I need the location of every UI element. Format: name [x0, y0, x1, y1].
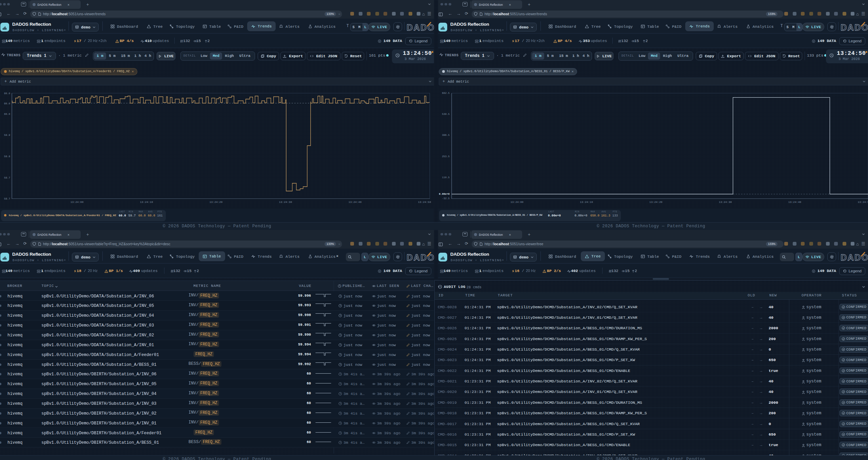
svg-text:539.5: 539.5 [442, 113, 450, 116]
svg-text:13:24:10: 13:24:10 [580, 201, 593, 204]
svg-text:59.7: 59.7 [4, 176, 10, 179]
svg-text:253.5: 253.5 [442, 155, 450, 158]
svg-text:396.5: 396.5 [442, 134, 450, 137]
svg-text:60.0: 60.0 [4, 92, 11, 95]
svg-text:13:24:30: 13:24:30 [279, 201, 292, 204]
svg-text:13:24:00: 13:24:00 [510, 201, 524, 204]
svg-text:13:24:30: 13:24:30 [719, 201, 732, 204]
svg-text:59.8: 59.8 [4, 155, 10, 158]
svg-text:13:24:20: 13:24:20 [649, 201, 663, 204]
svg-text:0.00e+0: 0.00e+0 [439, 193, 450, 195]
svg-text:13:24:40: 13:24:40 [349, 201, 362, 204]
svg-text:59.7: 59.7 [4, 197, 10, 200]
svg-text:13:24:50: 13:24:50 [418, 201, 431, 204]
svg-text:60.0: 60.0 [4, 113, 11, 116]
svg-text:-32.5: -32.5 [442, 197, 450, 200]
svg-text:13:24:00: 13:24:00 [71, 201, 84, 204]
svg-text:682.5: 682.5 [442, 92, 450, 95]
svg-text:13:24:10: 13:24:10 [140, 201, 153, 204]
svg-text:60.0: 60.0 [4, 102, 11, 105]
svg-text:110.5: 110.5 [442, 176, 450, 179]
svg-text:13:24:50: 13:24:50 [857, 201, 868, 204]
svg-text:59.9: 59.9 [4, 134, 10, 137]
svg-text:13:24:40: 13:24:40 [788, 201, 802, 204]
svg-text:13:24:20: 13:24:20 [210, 201, 223, 204]
